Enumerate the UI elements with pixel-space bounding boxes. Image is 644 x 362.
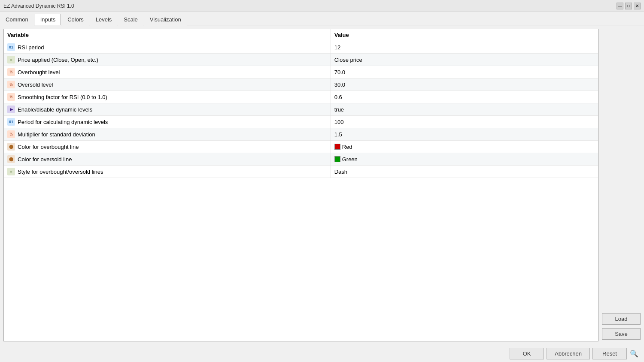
variable-cell: ▶Enable/disable dynamic levels bbox=[4, 103, 331, 116]
value-cell[interactable]: 0.6 bbox=[331, 91, 598, 103]
variable-cell: ½Oversold level bbox=[4, 78, 331, 91]
table-row[interactable]: ▶Enable/disable dynamic levelstrue bbox=[4, 103, 598, 116]
zoom-icon[interactable]: 🔍 bbox=[629, 349, 639, 359]
bottom-bar: OK Abbrechen Reset 🔍 bbox=[0, 345, 644, 362]
value-cell[interactable]: true bbox=[331, 103, 598, 116]
value-cell[interactable]: 30.0 bbox=[331, 78, 598, 91]
tab-inputs[interactable]: Inputs bbox=[35, 14, 61, 25]
variable-cell: ⬤Color for overbought line bbox=[4, 141, 331, 153]
variable-cell: ½Multiplier for standard deviation bbox=[4, 128, 331, 141]
table-row[interactable]: ⬤Color for overbought lineRed bbox=[4, 141, 598, 153]
variable-cell: ½Overbought level bbox=[4, 66, 331, 78]
variable-label: Oversold level bbox=[18, 81, 53, 88]
table-row[interactable]: ≡Price applied (Close, Open, etc.)Close … bbox=[4, 54, 598, 66]
icon-list: ≡ bbox=[7, 56, 15, 63]
variable-label: Period for calculating dynamic levels bbox=[18, 119, 108, 125]
content-area: Variable Value 01RSI period12≡Price appl… bbox=[0, 25, 644, 345]
icon-frac: ½ bbox=[7, 68, 15, 76]
column-header-variable: Variable bbox=[4, 29, 331, 41]
icon-01: 01 bbox=[7, 43, 15, 51]
window-title: EZ Advanced Dynamic RSI 1.0 bbox=[3, 3, 74, 9]
icon-bool: ▶ bbox=[7, 106, 15, 113]
right-panel: Load Save bbox=[602, 29, 641, 341]
icon-01: 01 bbox=[7, 118, 15, 126]
variable-cell: 01RSI period bbox=[4, 41, 331, 54]
value-text: 30.0 bbox=[334, 81, 345, 88]
variable-label: RSI period bbox=[18, 44, 44, 51]
color-swatch bbox=[334, 156, 340, 162]
ok-button[interactable]: OK bbox=[510, 348, 544, 359]
value-text: Close price bbox=[334, 57, 362, 63]
variable-label: Overbought level bbox=[18, 69, 60, 75]
value-cell[interactable]: Close price bbox=[331, 54, 598, 66]
variable-label: Enable/disable dynamic levels bbox=[18, 106, 92, 113]
variable-cell: 01Period for calculating dynamic levels bbox=[4, 116, 331, 128]
column-header-value: Value bbox=[331, 29, 598, 41]
tab-levels[interactable]: Levels bbox=[90, 14, 118, 25]
tab-colors[interactable]: Colors bbox=[62, 14, 89, 25]
table-row[interactable]: ⬤Color for oversold lineGreen bbox=[4, 153, 598, 166]
value-text: Green bbox=[342, 156, 358, 163]
table-row[interactable]: ½Oversold level30.0 bbox=[4, 78, 598, 91]
icon-frac: ½ bbox=[7, 93, 15, 101]
tab-visualization[interactable]: Visualization bbox=[144, 14, 187, 25]
abbrechen-button[interactable]: Abbrechen bbox=[547, 348, 590, 359]
tab-bar: Common Inputs Colors Levels Scale Visual… bbox=[0, 12, 644, 25]
value-text: 1.5 bbox=[334, 131, 342, 138]
variable-cell: ≡Style for overbought/oversold lines bbox=[4, 166, 331, 178]
table-row[interactable]: ½Overbought level70.0 bbox=[4, 66, 598, 78]
variable-cell: ½Smoothing factor for RSI (0.0 to 1.0) bbox=[4, 91, 331, 103]
table-row[interactable]: 01Period for calculating dynamic levels1… bbox=[4, 116, 598, 128]
icon-color: ⬤ bbox=[7, 155, 15, 163]
table-row[interactable]: 01RSI period12 bbox=[4, 41, 598, 54]
value-text: Red bbox=[342, 144, 352, 150]
value-text: 12 bbox=[334, 44, 340, 51]
value-text: 100 bbox=[334, 119, 344, 125]
color-swatch bbox=[334, 144, 340, 150]
table-row[interactable]: ½Smoothing factor for RSI (0.0 to 1.0)0.… bbox=[4, 91, 598, 103]
value-cell[interactable]: Dash bbox=[331, 166, 598, 178]
title-bar: EZ Advanced Dynamic RSI 1.0 — □ ✕ bbox=[0, 0, 644, 12]
variable-cell: ≡Price applied (Close, Open, etc.) bbox=[4, 54, 331, 66]
value-text: 0.6 bbox=[334, 94, 342, 100]
value-text: true bbox=[334, 106, 344, 113]
value-cell[interactable]: 1.5 bbox=[331, 128, 598, 141]
icon-list: ≡ bbox=[7, 168, 15, 175]
variable-label: Smoothing factor for RSI (0.0 to 1.0) bbox=[18, 94, 107, 100]
variable-label: Multiplier for standard deviation bbox=[18, 131, 95, 138]
icon-frac: ½ bbox=[7, 130, 15, 138]
variable-label: Style for overbought/oversold lines bbox=[18, 169, 103, 175]
variable-label: Color for overbought line bbox=[18, 144, 79, 150]
value-text: Dash bbox=[334, 169, 347, 175]
icon-frac: ½ bbox=[7, 81, 15, 88]
icon-color: ⬤ bbox=[7, 143, 15, 151]
close-button[interactable]: ✕ bbox=[634, 3, 641, 9]
variable-label: Price applied (Close, Open, etc.) bbox=[18, 57, 98, 63]
value-cell[interactable]: Green bbox=[331, 153, 598, 166]
minimize-button[interactable]: — bbox=[617, 3, 623, 9]
value-cell[interactable]: 100 bbox=[331, 116, 598, 128]
reset-button[interactable]: Reset bbox=[592, 348, 627, 359]
window-controls: — □ ✕ bbox=[617, 3, 641, 9]
load-button[interactable]: Load bbox=[602, 313, 641, 325]
value-cell[interactable]: 12 bbox=[331, 41, 598, 54]
parameter-table: Variable Value 01RSI period12≡Price appl… bbox=[4, 29, 598, 178]
variable-cell: ⬤Color for oversold line bbox=[4, 153, 331, 166]
maximize-button[interactable]: □ bbox=[625, 3, 632, 9]
main-content: Common Inputs Colors Levels Scale Visual… bbox=[0, 12, 644, 362]
save-button[interactable]: Save bbox=[602, 328, 641, 340]
table-row[interactable]: ½Multiplier for standard deviation1.5 bbox=[4, 128, 598, 141]
tab-scale[interactable]: Scale bbox=[118, 14, 143, 25]
variable-label: Color for oversold line bbox=[18, 156, 72, 163]
tab-common[interactable]: Common bbox=[0, 14, 34, 25]
value-cell[interactable]: 70.0 bbox=[331, 66, 598, 78]
parameter-table-container: Variable Value 01RSI period12≡Price appl… bbox=[3, 29, 598, 341]
value-text: 70.0 bbox=[334, 69, 345, 75]
table-row[interactable]: ≡Style for overbought/oversold linesDash bbox=[4, 166, 598, 178]
value-cell[interactable]: Red bbox=[331, 141, 598, 153]
